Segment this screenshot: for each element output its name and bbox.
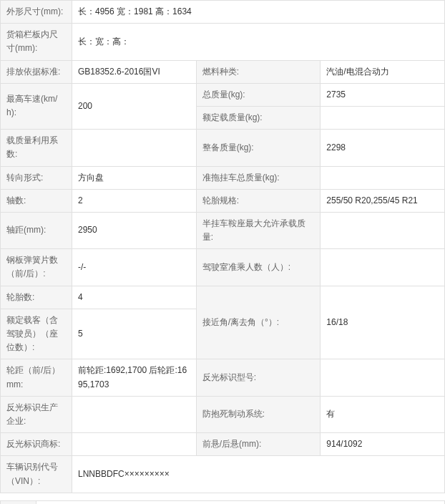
- reflector-brand-val: [72, 433, 197, 456]
- wheelbase-lbl: 轴距(mm):: [1, 212, 72, 248]
- load-coeff-val: [72, 130, 197, 166]
- cargo-dim-val: 长：宽：高：: [72, 24, 445, 60]
- reflector-co-val: [72, 396, 197, 432]
- saddle-load-lbl: 半挂车鞍座最大允许承载质量:: [196, 212, 321, 248]
- other-lbl: 其它:: [1, 500, 36, 504]
- vin-lbl: 车辆识别代号（VIN）:: [1, 456, 72, 493]
- overhang-lbl: 前悬/后悬(mm):: [196, 433, 321, 456]
- cab-seats-lbl: 驾驶室准乘人数（人）:: [196, 249, 321, 286]
- max-speed-val: 200: [72, 83, 197, 129]
- remarks-table: 其它: 选装后视镜样式、轮辋、轮芯盖、前保样式、后保样式、车窗饰条、车身同色尾翼…: [0, 500, 445, 504]
- axle-count-val: 2: [72, 189, 197, 212]
- abs-val: 有: [321, 396, 445, 432]
- other-val: 选装后视镜样式、轮辋、轮芯盖、前保样式、后保样式、车窗饰条、车身同色尾翼、银色尾…: [36, 500, 445, 504]
- cargo-dim-lbl: 货箱栏板内尺寸(mm):: [1, 24, 72, 60]
- fuel-type-val: 汽油/电混合动力: [321, 60, 445, 83]
- spring-count-val: -/-: [72, 249, 197, 286]
- tire-count-lbl: 轮胎数:: [1, 286, 72, 309]
- curb-mass-lbl: 整备质量(kg):: [196, 130, 321, 166]
- steering-lbl: 转向形式:: [1, 166, 72, 189]
- reflector-co-lbl: 反光标识生产企业:: [1, 396, 72, 432]
- vin-val: LNNBBDFC×××××××××: [72, 456, 445, 493]
- outer-dim-lbl: 外形尺寸(mm):: [1, 1, 72, 24]
- spring-count-lbl: 钢板弹簧片数（前/后）:: [1, 249, 72, 286]
- gross-mass-lbl: 总质量(kg):: [196, 83, 321, 106]
- steering-val: 方向盘: [72, 166, 197, 189]
- rated-seats-val: 5: [72, 309, 197, 359]
- track-lbl: 轮距（前/后）mm:: [1, 359, 72, 396]
- emission-std-lbl: 排放依据标准:: [1, 60, 72, 83]
- wheelbase-val: 2950: [72, 212, 197, 248]
- track-val: 前轮距:1692,1700 后轮距:1695,1703: [72, 359, 197, 396]
- max-speed-lbl: 最高车速(km/h):: [1, 83, 72, 129]
- reflector-brand-lbl: 反光标识商标:: [1, 433, 72, 456]
- curb-mass-val: 2298: [321, 130, 445, 166]
- trailer-mass-val: [321, 166, 445, 189]
- rated-load-val: [321, 106, 445, 129]
- spec-table: 外形尺寸(mm):长：4956 宽：1981 高：1634 货箱栏板内尺寸(mm…: [0, 0, 445, 493]
- reflector-type-val: [321, 359, 445, 396]
- reflector-type-lbl: 反光标识型号:: [196, 359, 321, 396]
- overhang-val: 914/1092: [321, 433, 445, 456]
- load-coeff-lbl: 载质量利用系数:: [1, 130, 72, 166]
- fuel-type-lbl: 燃料种类:: [196, 60, 321, 83]
- outer-dim-val: 长：4956 宽：1981 高：1634: [72, 1, 445, 24]
- trailer-mass-lbl: 准拖挂车总质量(kg):: [196, 166, 321, 189]
- tire-spec-val: 255/50 R20,255/45 R21: [321, 189, 445, 212]
- tire-spec-lbl: 轮胎规格:: [196, 189, 321, 212]
- tire-count-val: 4: [72, 286, 197, 309]
- abs-lbl: 防抱死制动系统:: [196, 396, 321, 432]
- rated-load-lbl: 额定载质量(kg):: [196, 106, 321, 129]
- emission-std-val: GB18352.6-2016国VI: [72, 60, 197, 83]
- axle-count-lbl: 轴数:: [1, 189, 72, 212]
- saddle-load-val: [321, 212, 445, 248]
- gross-mass-val: 2735: [321, 83, 445, 106]
- approach-val: 16/18: [321, 286, 445, 359]
- rated-seats-lbl: 额定载客（含驾驶员）（座位数）:: [1, 309, 72, 359]
- approach-lbl: 接近角/离去角（°）:: [196, 286, 321, 359]
- cab-seats-val: [321, 249, 445, 286]
